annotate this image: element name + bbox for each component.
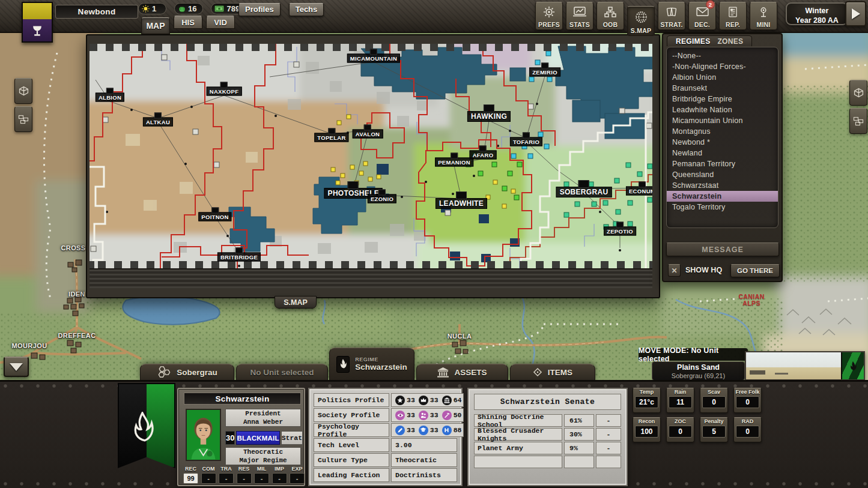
tab-his[interactable]: HIS (174, 16, 202, 29)
profiles-button[interactable]: Profiles (238, 3, 281, 16)
env-label: Recon (639, 418, 655, 426)
regime-list-item[interactable]: Braunsekt (667, 83, 778, 94)
regime-list-item[interactable]: Newbond * (667, 137, 778, 148)
regime-list-item[interactable]: Schwarzstaat (667, 180, 778, 191)
stats-button[interactable]: STATS (566, 2, 593, 30)
tab-vid[interactable]: VID (206, 16, 235, 29)
oob-button[interactable]: OOB (596, 2, 624, 30)
map-city-label[interactable]: POITNON (198, 212, 231, 221)
rep-button[interactable]: REP. (719, 2, 747, 30)
bottom-tab-sobergrau[interactable]: Sobergrau (140, 364, 234, 381)
map-city-label[interactable]: BRITBRIDGE (217, 253, 261, 262)
map-city-label[interactable]: MICAMOUNTAIN (347, 54, 400, 63)
mini-button[interactable]: MINI (750, 2, 777, 30)
map-city-label[interactable]: ECONUM (626, 187, 652, 196)
regime-list-item[interactable]: Schwarzstein (667, 191, 778, 202)
bottom-tab-items[interactable]: ITEMS (510, 364, 595, 381)
regime-list-item[interactable]: Togalo Territory (667, 202, 778, 212)
leader-title: President (226, 410, 300, 418)
regime-list-item[interactable]: Leadwhite Nation (667, 104, 778, 115)
smap-button[interactable]: S.MAP (627, 6, 655, 36)
regime-list-item[interactable]: Pemanan Territory (667, 158, 778, 169)
strat-button[interactable]: Strat (281, 431, 303, 445)
sidebar-units-button[interactable] (14, 106, 32, 132)
top-buttons: ProfilesTechs (238, 3, 324, 16)
scroll-down-button[interactable] (4, 357, 29, 377)
map-city-label[interactable]: LEADWHITE (436, 198, 487, 209)
map-city-label[interactable]: TOFARIO (510, 137, 542, 146)
map-city-label[interactable]: ZEMIRIO (529, 68, 560, 77)
env-penalty[interactable]: Penalty5 (700, 417, 728, 442)
bottom-tab-no-unit-selected[interactable]: No Unit selected (236, 364, 328, 381)
stat-res[interactable]: RES- (237, 466, 252, 484)
tab-regimes[interactable]: REGIMES (673, 37, 712, 46)
sidebar-structures-button[interactable] (14, 78, 32, 104)
regime-list-item[interactable]: -Non-Aligned Forces- (667, 61, 778, 72)
profile-row: Politics Profile333364 (314, 393, 457, 407)
prefs-button[interactable]: PREFS (535, 2, 563, 30)
end-turn-button[interactable] (845, 1, 866, 26)
strategic-map[interactable]: MICAMOUNTAINZEMIRIOALBIONNAXKOPFALTKAUHA… (90, 44, 652, 268)
map-city-label[interactable]: EZONIO (368, 194, 396, 203)
go-there-button[interactable]: GO THERE (730, 264, 780, 277)
profile-row-label: Culture Type (314, 453, 389, 467)
map-city-label[interactable]: ALTKAU (143, 118, 173, 127)
techs-button[interactable]: Techs (289, 3, 324, 16)
strat-button[interactable]: STRAT. (658, 2, 685, 30)
stat-mil[interactable]: MIL- (254, 466, 269, 484)
flame-icon (849, 361, 857, 372)
bottom-tab-assets[interactable]: ASSETS (416, 364, 508, 381)
right-edge-structures-button[interactable] (849, 80, 867, 106)
regime-flag[interactable] (22, 2, 53, 43)
message-button[interactable]: MESSAGE (666, 242, 779, 256)
tab-map[interactable]: MAP (141, 17, 170, 34)
stat-exp[interactable]: EXP- (290, 466, 305, 484)
profile-value: 33 (407, 411, 415, 419)
map-city-label[interactable]: TOPELAR (314, 133, 348, 142)
stat-com[interactable]: COM- (201, 466, 216, 484)
map-city-label[interactable]: HAWKING (467, 111, 511, 122)
map-city-label[interactable]: PEMANION (435, 158, 473, 167)
regime-banner[interactable] (118, 383, 175, 468)
map-city-label[interactable]: AVALON (353, 130, 383, 139)
env-temp[interactable]: Temp21°c (633, 388, 661, 413)
stat-tra[interactable]: TRA- (219, 466, 234, 484)
faction-percent (564, 456, 594, 468)
cards-icon (666, 2, 677, 21)
faction-extra: - (596, 428, 621, 441)
env-scav[interactable]: Scav0 (700, 388, 728, 413)
profile-row-value: 333364 (391, 393, 464, 407)
map-city-label[interactable]: AFARO (470, 151, 497, 160)
regime-list-item[interactable]: Newland (667, 148, 778, 158)
map-city-label[interactable]: ZEPOTIO (604, 227, 636, 236)
bottom-tab-schwarzstein[interactable]: REGIMESchwarzstein (329, 348, 414, 381)
blackmail-button[interactable]: BLACKMAIL (236, 431, 279, 445)
tab-zones[interactable]: ZONES (715, 37, 745, 46)
regime-list-item[interactable]: Albion Union (667, 72, 778, 83)
cube-icon (854, 88, 864, 98)
right-edge-units-button[interactable] (849, 108, 867, 134)
regime-list-item[interactable]: Britbridge Empire (667, 94, 778, 104)
env-free-folk[interactable]: Free Folk0 (733, 388, 762, 413)
regime-list-item[interactable]: Queensland (667, 169, 778, 180)
regime-list-item[interactable]: Montagnus (667, 126, 778, 137)
map-city-label[interactable]: ALBION (96, 93, 124, 102)
profile-row-label: Psychology Profile (314, 423, 389, 437)
resource-sun: 1 (138, 3, 166, 14)
stat-rec[interactable]: REC99 (183, 466, 198, 484)
stat-imp[interactable]: IMP- (272, 466, 287, 484)
show-hq-checkbox[interactable]: ✕ (668, 264, 681, 277)
regime-list-item[interactable]: Micamountain Union (667, 115, 778, 126)
dec-button[interactable]: DEC.2 (688, 2, 716, 30)
env-value: 21°c (635, 396, 658, 408)
env-zoc[interactable]: ZOC0 (666, 417, 694, 442)
env-rain[interactable]: Rain11 (666, 388, 694, 413)
move-mode-banner: MOVE MODE: No Unit selected (639, 348, 748, 361)
map-city-label[interactable]: NAXKOPF (207, 87, 242, 96)
env-recon[interactable]: Recon100 (633, 417, 661, 442)
map-city-label[interactable]: SOBERGRAU (556, 187, 612, 197)
env-rad[interactable]: RAD0 (733, 417, 762, 442)
smap-window-tab[interactable]: S.MAP (275, 296, 317, 309)
regime-list-item[interactable]: --None-- (667, 50, 778, 61)
profile-row-value: Doctrinists (391, 468, 457, 482)
